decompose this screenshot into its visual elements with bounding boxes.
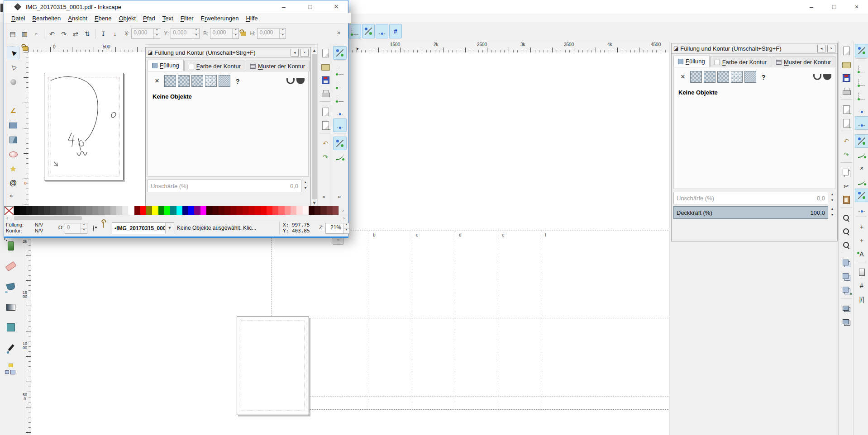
- tool-spiral[interactable]: [7, 177, 19, 189]
- palette-swatch[interactable]: [152, 206, 158, 215]
- lower-to-bottom-button[interactable]: ↧: [97, 28, 109, 40]
- flip-horizontal-button[interactable]: ⇄: [70, 28, 81, 40]
- tool-measure[interactable]: [7, 104, 19, 117]
- flat-color-button[interactable]: [164, 75, 176, 87]
- menu-hilfe[interactable]: Hilfe: [242, 14, 261, 23]
- palette-swatch[interactable]: [170, 206, 176, 215]
- snap-bbox-corners-button[interactable]: [333, 91, 347, 105]
- rotate-ccw-button[interactable]: ↶: [46, 28, 58, 40]
- radial-gradient-button[interactable]: [191, 75, 203, 87]
- palette-swatch[interactable]: [327, 206, 333, 215]
- palette-swatch[interactable]: [128, 206, 134, 215]
- snap-others-toggle-button[interactable]: [376, 24, 388, 38]
- layer-visibility-icon[interactable]: [93, 226, 94, 231]
- palette-swatch[interactable]: [333, 206, 339, 215]
- palette-swatch[interactable]: [243, 206, 248, 215]
- fill-rule-nonzero-button[interactable]: [296, 78, 305, 84]
- new-document-button[interactable]: [839, 44, 853, 57]
- tool-spray[interactable]: [2, 236, 20, 255]
- snap-cusp-nodes-button[interactable]: [855, 175, 868, 189]
- palette-scroll-right[interactable]: ›: [339, 206, 347, 215]
- undo-button[interactable]: ↶: [319, 137, 332, 150]
- tool-zoom[interactable]: [7, 90, 19, 103]
- snap-nodes-button[interactable]: [855, 134, 868, 148]
- swatch-button[interactable]: [219, 75, 230, 87]
- flip-vertical-button[interactable]: ⇅: [81, 28, 93, 40]
- zoom-page-button[interactable]: [839, 238, 853, 252]
- palette-swatch[interactable]: [230, 206, 236, 215]
- snap-bounding-box-button[interactable]: [855, 62, 868, 76]
- palette-swatch[interactable]: [296, 206, 302, 215]
- group-button[interactable]: [839, 302, 853, 315]
- menu-objekt[interactable]: Objekt: [115, 14, 139, 23]
- fill-rule-nonzero-button[interactable]: [823, 74, 831, 80]
- snap-bbox-corners-button[interactable]: [855, 89, 868, 103]
- menu-ebene[interactable]: Ebene: [91, 14, 115, 23]
- palette-swatch[interactable]: [74, 206, 80, 215]
- snap-nodes-toggle-button[interactable]: [362, 24, 375, 38]
- palette-swatch[interactable]: [50, 206, 56, 215]
- palette-swatch[interactable]: [194, 206, 200, 215]
- panel-tab-fill[interactable]: Füllung: [673, 56, 710, 67]
- snap-nodes-button[interactable]: [333, 137, 347, 150]
- menu-filter[interactable]: Filter: [177, 14, 197, 23]
- blur-spinner[interactable]: ▲▼: [302, 180, 309, 191]
- tool-ellipse[interactable]: [7, 148, 19, 161]
- snap-bbox-edge-midpoints-button[interactable]: [333, 105, 347, 118]
- dialog-header[interactable]: ◪ Füllung und Kontur (Umschalt+Strg+F) ◂…: [146, 47, 310, 58]
- print-document-button[interactable]: [319, 87, 332, 100]
- undo-button[interactable]: ↶: [839, 134, 853, 148]
- snap-grid-toggle-button[interactable]: #: [389, 24, 402, 38]
- unlink-clone-button[interactable]: ×: [839, 284, 853, 297]
- palette-swatch[interactable]: [92, 206, 98, 215]
- minimize-button[interactable]: –: [274, 0, 294, 13]
- palette-swatch[interactable]: [285, 206, 291, 215]
- panel-close-button[interactable]: ×: [827, 45, 835, 52]
- document-canvas[interactable]: [29, 52, 145, 206]
- panel-float-button[interactable]: ◂: [817, 45, 825, 52]
- tool-star[interactable]: [7, 162, 19, 175]
- flat-color-button[interactable]: [690, 71, 702, 83]
- palette-swatch[interactable]: [62, 206, 68, 215]
- dialog-tab-fill[interactable]: Füllung: [148, 60, 184, 71]
- no-paint-button[interactable]: ×: [152, 76, 162, 86]
- tool-box3d[interactable]: [7, 133, 19, 146]
- print-document-button[interactable]: [839, 85, 853, 98]
- dock-scrollbar[interactable]: ▲ ▼: [311, 47, 318, 206]
- palette-no-color[interactable]: [4, 206, 14, 216]
- snap-path-intersections-button[interactable]: ×: [855, 161, 868, 175]
- close-button[interactable]: ×: [845, 0, 868, 14]
- fill-indicator-value[interactable]: N/V: [35, 222, 43, 228]
- import-button[interactable]: →: [839, 103, 853, 116]
- palette-swatch[interactable]: [188, 206, 194, 215]
- snap-rotation-centers-button[interactable]: +: [855, 234, 868, 247]
- window-titlebar[interactable]: IMG_20170315_0001.pdf - Inkscape – □ ×: [4, 0, 347, 13]
- palette-swatch[interactable]: [68, 206, 74, 215]
- palette-swatch[interactable]: [200, 206, 206, 215]
- save-document-button[interactable]: [319, 73, 332, 87]
- unknown-paint-button[interactable]: ?: [758, 71, 769, 82]
- palette-swatch[interactable]: [212, 206, 218, 215]
- toolbox-overflow-button[interactable]: »: [10, 192, 13, 199]
- tool-node[interactable]: [7, 61, 19, 74]
- palette-swatch[interactable]: [116, 206, 122, 215]
- snap-bounding-box-button[interactable]: [333, 64, 347, 78]
- snap-bbox-edges-button[interactable]: [855, 76, 868, 89]
- panel-tab-stroke[interactable]: Farbe der Kontur: [710, 57, 771, 67]
- tool-tweak[interactable]: [7, 76, 19, 88]
- unknown-paint-button[interactable]: ?: [232, 76, 243, 86]
- panel-header[interactable]: ◪ Füllung und Kontur (Umschalt+Strg+F) ◂…: [672, 43, 837, 54]
- dialog-tab-pattern[interactable]: Muster der Kontur: [246, 61, 310, 71]
- linear-gradient-button[interactable]: [704, 71, 715, 83]
- palette-swatch[interactable]: [38, 206, 44, 215]
- radial-gradient-button[interactable]: [717, 71, 729, 83]
- palette-swatch[interactable]: [261, 206, 267, 215]
- palette-swatch[interactable]: [32, 206, 38, 215]
- tool-connector[interactable]: [2, 359, 20, 378]
- palette-swatch[interactable]: [20, 206, 26, 215]
- palette-swatch[interactable]: [98, 206, 104, 215]
- fill-rule-even-odd-button[interactable]: [286, 78, 295, 84]
- save-document-button[interactable]: [839, 71, 853, 85]
- opacity-spinner[interactable]: ▲▼: [829, 206, 835, 218]
- cut-button[interactable]: ✂: [839, 180, 853, 193]
